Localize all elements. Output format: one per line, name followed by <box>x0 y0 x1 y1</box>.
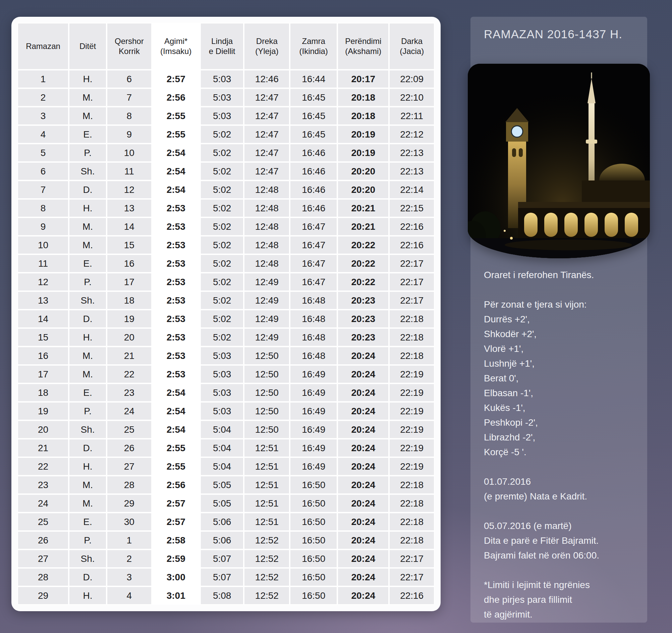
table-cell: M. <box>69 476 106 494</box>
table-cell: 22:17 <box>389 568 435 586</box>
table-cell: 2:53 <box>152 310 200 328</box>
column-header: Ramazan <box>18 23 69 70</box>
table-cell: 20:23 <box>337 310 389 328</box>
table-cell: 2:59 <box>152 549 200 568</box>
table-cell: 20:24 <box>337 568 389 586</box>
table-cell: 2:57 <box>152 70 200 88</box>
table-cell: 22:12 <box>389 125 435 144</box>
footnote-block: *Limiti i lejimit të ngrëniesdhe pirjes … <box>484 578 639 622</box>
table-row: 10M.152:535:0212:4816:4720:2222:16 <box>18 236 435 254</box>
table-cell: 22:18 <box>389 328 435 347</box>
table-cell: 22:18 <box>389 494 435 513</box>
table-row: 7D.122:545:0212:4816:4620:2022:14 <box>18 181 435 199</box>
table-cell: 22:16 <box>389 586 435 605</box>
table-cell: 16:45 <box>290 107 337 125</box>
table-cell: 20 <box>106 328 151 347</box>
table-cell: 5:02 <box>200 217 244 236</box>
table-cell: 15 <box>106 236 151 254</box>
table-row: 13Sh.182:535:0212:4916:4820:2322:17 <box>18 291 435 310</box>
mosque-night-photo <box>468 64 650 258</box>
table-cell: 22:19 <box>389 365 435 383</box>
table-row: 8H.132:535:0212:4816:4620:2122:15 <box>18 199 435 217</box>
table-cell: M. <box>69 347 106 365</box>
table-cell: 26 <box>18 531 69 549</box>
table-cell: 20:24 <box>337 347 389 365</box>
table-cell: Sh. <box>69 420 106 439</box>
table-cell: 5:06 <box>200 513 244 531</box>
table-cell: 5:04 <box>200 439 244 457</box>
table-row: 1H.62:575:0312:4616:4420:1722:09 <box>18 70 435 88</box>
table-cell: 5:05 <box>200 476 244 494</box>
table-cell: 20:24 <box>337 420 389 439</box>
table-cell: 22:15 <box>389 199 435 217</box>
mosque-photo-illustration <box>468 64 650 258</box>
table-cell: 6 <box>18 162 69 181</box>
table-cell: 5:03 <box>200 402 244 420</box>
table-cell: H. <box>69 70 106 88</box>
table-cell: 16 <box>106 254 151 273</box>
column-header: Ditët <box>69 23 106 70</box>
table-cell: 16:46 <box>290 181 337 199</box>
table-cell: 16:50 <box>290 531 337 549</box>
table-cell: 5:05 <box>200 494 244 513</box>
table-cell: 16:44 <box>290 70 337 88</box>
table-cell: 16:49 <box>290 402 337 420</box>
table-cell: 5:03 <box>200 107 244 125</box>
table-cell: 12:47 <box>244 144 290 162</box>
table-cell: H. <box>69 586 106 605</box>
table-cell: 14 <box>106 217 151 236</box>
kadr-line: (e premte) Nata e Kadrit. <box>484 489 639 504</box>
bajram-line: Bajrami falet në orën 06:00. <box>484 548 639 563</box>
table-row: 12P.172:535:0212:4916:4720:2222:17 <box>18 273 435 291</box>
bajram-block: 05.07.2016 (e martë)Dita e parë e Fitër … <box>484 519 639 563</box>
table-cell: 20:20 <box>337 181 389 199</box>
table-cell: 5:03 <box>200 70 244 88</box>
column-header: Dreka(Yleja) <box>244 23 290 70</box>
table-cell: 12:49 <box>244 328 290 347</box>
kadr-line: 01.07.2016 <box>484 474 639 489</box>
table-cell: 22:13 <box>389 144 435 162</box>
table-cell: 17 <box>18 365 69 383</box>
table-cell: 12:50 <box>244 365 290 383</box>
table-cell: Sh. <box>69 549 106 568</box>
table-cell: 12:47 <box>244 88 290 107</box>
table-cell: 30 <box>106 513 151 531</box>
table-cell: 16:48 <box>290 328 337 347</box>
table-cell: P. <box>69 273 106 291</box>
table-cell: 20:21 <box>337 199 389 217</box>
table-cell: 20:24 <box>337 531 389 549</box>
table-header-row: RamazanDitëtQershorKorrikAgimi*(Imsaku)L… <box>18 23 435 70</box>
table-cell: 16:49 <box>290 420 337 439</box>
column-header: QershorKorrik <box>106 23 151 70</box>
table-row: 11E.162:535:0212:4816:4720:2222:17 <box>18 254 435 273</box>
table-cell: D. <box>69 568 106 586</box>
footnote-line: *Limiti i lejimit të ngrënies <box>484 578 639 592</box>
table-cell: 22:16 <box>389 217 435 236</box>
bajram-line: 05.07.2016 (e martë) <box>484 519 639 533</box>
table-cell: 27 <box>106 457 151 476</box>
table-cell: 20:24 <box>337 476 389 494</box>
table-cell: 5:02 <box>200 181 244 199</box>
table-cell: 2 <box>106 549 151 568</box>
column-header: Lindjae Diellit <box>200 23 244 70</box>
zone-list: Durrës +2',Shkodër +2',Vlorë +1',Lushnjë… <box>484 312 639 460</box>
zones-block: Për zonat e tjera si vijon: Durrës +2',S… <box>484 297 639 460</box>
table-cell: 3:01 <box>152 586 200 605</box>
kadr-block: 01.07.2016(e premte) Nata e Kadrit. <box>484 474 639 504</box>
table-cell: 12:50 <box>244 347 290 365</box>
table-cell: D. <box>69 439 106 457</box>
table-row: 26P.12:585:0612:5216:5020:2422:18 <box>18 531 435 549</box>
table-cell: 16 <box>18 347 69 365</box>
footnote-line: dhe pirjes para fillimit <box>484 592 639 607</box>
table-cell: 12:49 <box>244 310 290 328</box>
table-cell: 21 <box>106 347 151 365</box>
table-cell: 20:22 <box>337 236 389 254</box>
table-cell: 5:02 <box>200 254 244 273</box>
table-cell: 11 <box>106 162 151 181</box>
table-cell: 2:53 <box>152 365 200 383</box>
table-cell: M. <box>69 217 106 236</box>
table-cell: 22:17 <box>389 254 435 273</box>
table-row: 9M.142:535:0212:4816:4720:2122:16 <box>18 217 435 236</box>
table-cell: 13 <box>106 199 151 217</box>
table-cell: 12:50 <box>244 420 290 439</box>
